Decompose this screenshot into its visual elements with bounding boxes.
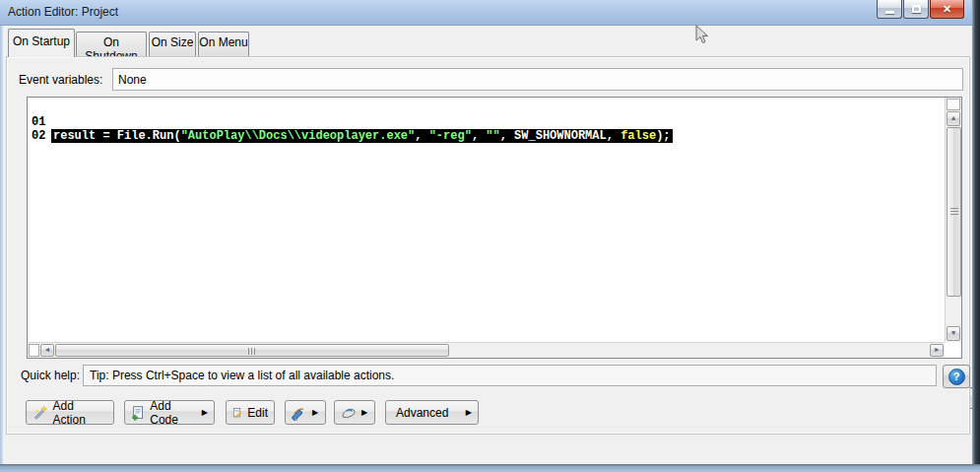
action-editor-window: Action Editor: Project ✕ On Startup On S… xyxy=(0,0,980,472)
minimize-button[interactable] xyxy=(877,0,902,19)
advanced-label: Advanced xyxy=(392,406,448,420)
window-border-bottom xyxy=(0,464,980,472)
close-icon: ✕ xyxy=(943,3,951,16)
edit-label: Edit xyxy=(247,406,268,420)
maximize-button[interactable] xyxy=(903,0,929,19)
code-area[interactable]: 01 result = File.Run("AutoPlay\\Docs\\vi… xyxy=(28,98,945,342)
horizontal-scrollbar[interactable]: ◄ ► xyxy=(28,342,945,358)
syntax-pen-button[interactable]: ▶ xyxy=(285,400,326,425)
add-code-button[interactable]: Add Code ▶ xyxy=(124,400,215,425)
add-action-button[interactable]: Add Action xyxy=(26,400,114,425)
magic-wand-icon xyxy=(33,405,47,421)
vertical-scrollbar[interactable]: ▲ ▼ xyxy=(945,98,961,342)
advanced-menu-arrow-icon: ▶ xyxy=(466,409,472,417)
mouse-icon xyxy=(341,405,357,421)
advanced-button[interactable]: Advanced ▶ xyxy=(385,400,479,425)
thumb-grip-icon xyxy=(950,208,958,215)
scroll-left-button[interactable]: ◄ xyxy=(40,344,54,357)
tab-label: On Size xyxy=(152,33,194,49)
code-line[interactable]: 02 xyxy=(28,115,98,129)
tab-on-size[interactable]: On Size xyxy=(149,32,196,56)
quick-help-label: Quick help: xyxy=(21,369,80,382)
tab-on-shutdown[interactable]: On Shutdown xyxy=(76,32,147,56)
code-line[interactable]: 01 result = File.Run("AutoPlay\\Docs\\vi… xyxy=(28,101,98,115)
scroll-down-button[interactable]: ▼ xyxy=(947,326,960,341)
maximize-icon xyxy=(912,5,921,13)
scroll-up-icon: ▲ xyxy=(951,115,955,122)
splitter-box[interactable] xyxy=(947,99,960,110)
tab-on-menu[interactable]: On Menu xyxy=(198,32,249,56)
quick-help-field: Tip: Press Ctrl+Space to view a list of … xyxy=(83,365,937,386)
context-help-button[interactable]: ? xyxy=(943,365,970,388)
scroll-right-icon: ► xyxy=(935,347,939,354)
tools-button[interactable]: ▶ xyxy=(334,400,375,425)
window-border-left xyxy=(0,26,3,472)
close-button[interactable]: ✕ xyxy=(930,0,964,19)
tab-on-startup[interactable]: On Startup xyxy=(8,29,75,57)
selected-code-text: result = File.Run("AutoPlay\\Docs\\video… xyxy=(51,129,673,143)
horizontal-scroll-thumb[interactable] xyxy=(55,344,449,357)
window-border-right xyxy=(972,0,980,472)
event-variables-label: Event variables: xyxy=(19,73,102,87)
vertical-scroll-thumb[interactable] xyxy=(947,127,961,297)
tools-menu-arrow-icon: ▶ xyxy=(361,409,367,417)
add-action-label: Add Action xyxy=(52,399,107,427)
title-bar[interactable]: Action Editor: Project ✕ xyxy=(0,0,980,26)
add-code-icon xyxy=(131,405,145,421)
vertical-scroll-track[interactable] xyxy=(947,127,960,325)
help-icon: ? xyxy=(948,369,965,385)
scroll-up-button[interactable]: ▲ xyxy=(947,111,960,126)
add-code-label: Add Code xyxy=(150,399,197,427)
thumb-grip-icon xyxy=(248,348,256,355)
scroll-left-icon: ◄ xyxy=(45,347,49,354)
event-variables-value: None xyxy=(118,73,147,87)
edit-button[interactable]: Edit xyxy=(226,400,275,425)
syntax-pen-menu-arrow-icon: ▶ xyxy=(312,409,318,417)
scroll-right-button[interactable]: ► xyxy=(930,344,944,357)
line-number: 02 xyxy=(32,129,49,143)
tab-page-on-startup: Event variables: None 01 result = File.R… xyxy=(6,56,970,435)
event-variables-field[interactable]: None xyxy=(112,68,963,91)
script-editor[interactable]: 01 result = File.Run("AutoPlay\\Docs\\vi… xyxy=(27,97,962,359)
edit-icon xyxy=(232,405,242,421)
splitter-box[interactable] xyxy=(29,344,39,357)
tab-label: On Menu xyxy=(199,33,247,49)
window-title: Action Editor: Project xyxy=(8,5,118,19)
scroll-down-icon: ▼ xyxy=(951,330,955,337)
add-code-menu-arrow-icon: ▶ xyxy=(202,409,208,417)
tab-label: On Startup xyxy=(13,30,70,48)
horizontal-scroll-track[interactable] xyxy=(55,344,929,357)
pen-icon xyxy=(292,405,307,421)
mouse-cursor-icon xyxy=(694,25,710,46)
quick-help-text: Tip: Press Ctrl+Space to view a list of … xyxy=(90,369,394,382)
minimize-icon xyxy=(885,11,894,14)
